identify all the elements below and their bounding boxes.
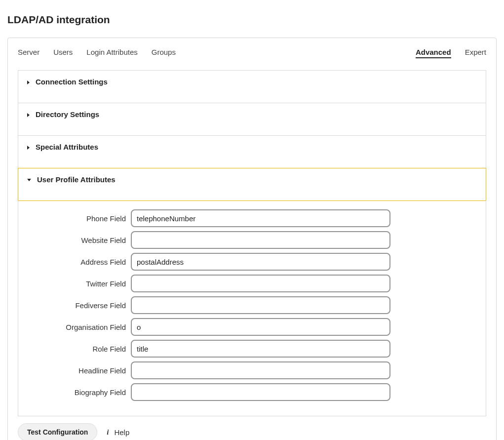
help-link-label: Help (114, 428, 129, 437)
twitter-field-label: Twitter Field (27, 280, 126, 288)
fediverse-field-input[interactable] (131, 296, 390, 314)
accordion-special-attributes[interactable]: Special Attributes (18, 135, 486, 168)
user-profile-attributes-form: Phone Field Website Field Address Field … (18, 200, 486, 416)
info-icon: i (104, 428, 111, 437)
organisation-field-input[interactable] (131, 318, 390, 336)
tab-bar: Server Users Login Attributes Groups Adv… (18, 38, 486, 70)
accordion-title: Directory Settings (36, 110, 99, 119)
biography-field-input[interactable] (131, 383, 390, 401)
role-field-input[interactable] (131, 340, 390, 358)
website-field-input[interactable] (131, 231, 390, 249)
accordion-title: User Profile Attributes (37, 175, 116, 184)
tab-group-right: Advanced Expert (416, 47, 486, 58)
role-field-label: Role Field (27, 345, 126, 353)
headline-field-label: Headline Field (27, 366, 126, 375)
organisation-field-label: Organisation Field (27, 323, 126, 331)
tab-groups[interactable]: Groups (152, 47, 176, 57)
tab-advanced[interactable]: Advanced (416, 47, 451, 58)
address-field-input[interactable] (131, 253, 390, 271)
headline-field-input[interactable] (131, 361, 390, 379)
accordion-user-profile-attributes[interactable]: User Profile Attributes (18, 168, 486, 201)
chevron-down-icon (27, 179, 31, 181)
footer-row: Test Configuration i Help (18, 423, 486, 440)
biography-field-label: Biography Field (27, 388, 126, 397)
accordion-directory-settings[interactable]: Directory Settings (18, 103, 486, 136)
address-field-label: Address Field (27, 258, 126, 266)
chevron-right-icon (27, 146, 30, 150)
tab-group-left: Server Users Login Attributes Groups (18, 47, 176, 57)
tab-users[interactable]: Users (53, 47, 73, 57)
phone-field-input[interactable] (131, 209, 390, 227)
page-title: LDAP/AD integration (7, 14, 497, 26)
website-field-label: Website Field (27, 236, 126, 244)
help-link[interactable]: i Help (104, 428, 129, 437)
fediverse-field-label: Fediverse Field (27, 301, 126, 310)
accordion-connection-settings[interactable]: Connection Settings (18, 70, 486, 103)
twitter-field-input[interactable] (131, 275, 390, 292)
tab-login-attributes[interactable]: Login Attributes (86, 47, 137, 57)
accordion-title: Special Attributes (36, 143, 98, 151)
accordion-title: Connection Settings (36, 78, 108, 86)
phone-field-label: Phone Field (27, 214, 126, 223)
chevron-right-icon (27, 113, 30, 117)
test-configuration-button[interactable]: Test Configuration (18, 423, 97, 440)
tab-server[interactable]: Server (18, 47, 39, 57)
chevron-right-icon (27, 80, 30, 84)
settings-panel: Server Users Login Attributes Groups Adv… (7, 38, 497, 440)
tab-expert[interactable]: Expert (465, 47, 486, 58)
